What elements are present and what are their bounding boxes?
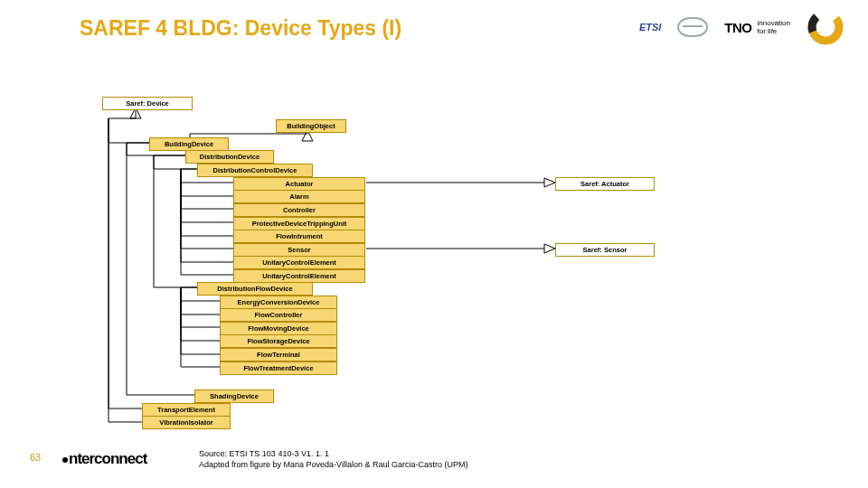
node-flow-storage: FlowStorageDevice bbox=[220, 334, 337, 348]
node-sensor: Sensor bbox=[233, 243, 365, 257]
node-transport: TransportElement bbox=[142, 403, 231, 417]
node-vibration: VibrationIsolator bbox=[142, 416, 231, 429]
node-shading: ShadingDevice bbox=[194, 389, 274, 403]
node-unitary2: UnitaryControlElement bbox=[233, 269, 365, 283]
node-protective: ProtectiveDeviceTrippingUnit bbox=[233, 217, 365, 230]
node-flow-terminal: FlowTerminal bbox=[220, 348, 337, 361]
node-dist-flow-device: DistributionFlowDevice bbox=[197, 282, 313, 296]
node-energy-conv: EnergyConversionDevice bbox=[220, 296, 337, 309]
slide-title: SAREF 4 BLDG: Device Types (I) bbox=[80, 16, 401, 41]
node-building-object: BuildingObject bbox=[276, 119, 346, 133]
logo-strip: ETSI TNO innovationfor life bbox=[639, 9, 844, 45]
node-flow-treatment: FlowTreatmentDevice bbox=[220, 361, 337, 375]
node-unitary: UnitaryControlElement bbox=[233, 256, 365, 269]
node-saref-sensor: Saref: Sensor bbox=[555, 243, 655, 257]
node-building-device: BuildingDevice bbox=[149, 137, 229, 151]
page-number: 63 bbox=[30, 452, 41, 463]
node-dist-control-device: DistributionControlDevice bbox=[197, 164, 313, 177]
svg-marker-5 bbox=[544, 244, 555, 253]
node-saref-device: Saref: Device bbox=[102, 97, 193, 110]
node-controller: Controller bbox=[233, 203, 365, 217]
node-flow-controller: FlowController bbox=[220, 308, 337, 322]
node-alarm: Alarm bbox=[233, 190, 365, 203]
node-flowinstrument: FlowIntrument bbox=[233, 230, 365, 243]
ring-icon bbox=[807, 8, 844, 46]
node-saref-actuator: Saref: Actuator bbox=[555, 177, 655, 191]
interconnect-logo: nterconnect bbox=[61, 450, 146, 468]
etsi-logo: ETSI bbox=[639, 22, 661, 33]
globe-icon bbox=[677, 17, 708, 37]
source-citation: Source: ETSI TS 103 410-3 V1. 1. 1 Adapt… bbox=[199, 448, 467, 470]
tno-logo: TNO innovationfor life bbox=[724, 19, 790, 35]
svg-marker-4 bbox=[544, 178, 555, 187]
node-distribution-device: DistributionDevice bbox=[185, 150, 274, 164]
connector-lines bbox=[0, 0, 868, 488]
node-actuator: Actuator bbox=[233, 177, 365, 191]
node-flow-moving: FlowMovingDevice bbox=[220, 322, 337, 335]
